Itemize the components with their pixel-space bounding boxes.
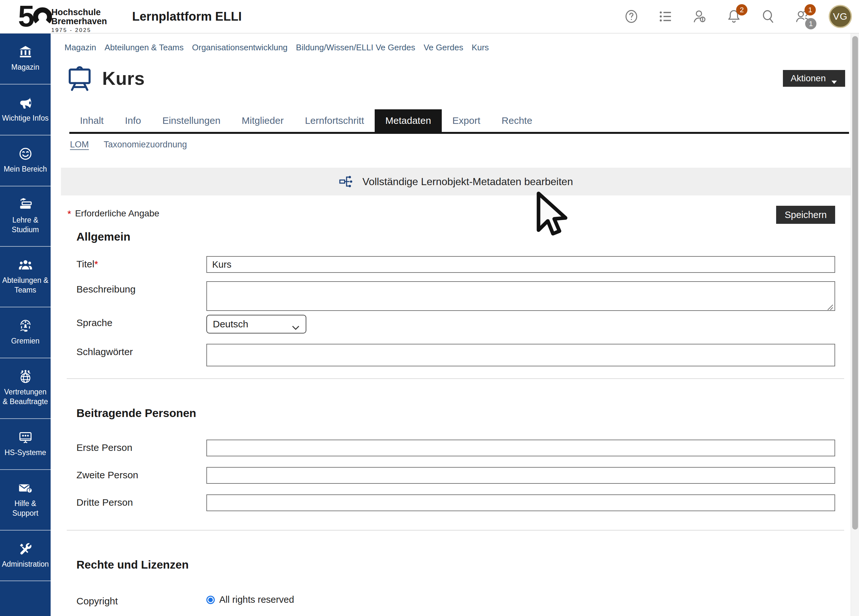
tab-metadaten[interactable]: Metadaten <box>375 109 442 132</box>
person-alert-icon <box>692 9 708 24</box>
search-icon[interactable] <box>760 9 776 24</box>
zweite-person-input[interactable] <box>206 467 835 484</box>
sidebar-item-label: Vertretungen & Beauftragte <box>2 387 49 407</box>
smiley-icon <box>18 146 33 161</box>
metadata-tree-icon <box>339 174 354 189</box>
breadcrumb-organisationsentwicklung: Organisationsentwicklung › <box>192 42 287 53</box>
topbar-icons: 2 1 1 V <box>624 5 859 28</box>
erste-person-input[interactable] <box>206 439 835 457</box>
zweite-person-label: Zweite Person <box>77 467 206 480</box>
badge-count-secondary: 1 <box>805 18 817 29</box>
scrollbar-thumb[interactable] <box>852 36 858 530</box>
megaphone-icon <box>18 95 33 110</box>
tab-label: Info <box>125 115 141 126</box>
required-asterisk: * <box>94 259 98 269</box>
badge-count: 1 <box>804 4 816 16</box>
subtab-taxonomiezuordnung[interactable]: Taxonomiezuordnung <box>104 140 187 151</box>
subtab-bar: LOM Taxonomiezuordnung <box>70 140 851 151</box>
tab-inhalt[interactable]: Inhalt <box>69 109 114 132</box>
subtab-label: Taxonomiezuordnung <box>104 140 187 149</box>
field-row-beschreibung: Beschreibung <box>77 281 835 312</box>
resize-grip-icon[interactable] <box>826 303 834 311</box>
members-online-icon[interactable]: 1 1 <box>795 9 810 24</box>
sidebar-item-lehre-studium[interactable]: Lehre & Studium <box>0 186 51 247</box>
main-content: Magazin › Abteilungen & Teams › Organisa… <box>51 34 851 616</box>
tab-label: Inhalt <box>80 115 103 126</box>
section-divider <box>67 378 844 379</box>
help-icon <box>624 9 639 24</box>
sidebar-item-gremien[interactable]: Gremien <box>0 307 51 358</box>
globe-people-icon <box>18 369 33 384</box>
breadcrumb-kurs: Kurs › <box>472 42 489 53</box>
beschreibung-label: Beschreibung <box>77 281 206 295</box>
tab-bar: Inhalt Info Einstellungen Mitglieder Ler… <box>69 109 849 134</box>
breadcrumb-bildung-wissen: Bildung/Wissen/ELLI Ve Gerdes › <box>296 42 415 53</box>
tab-einstellungen[interactable]: Einstellungen <box>151 109 231 132</box>
hochschule-bremerhaven-logo: 5 Hochschule Bremerhaven 1975 - 2025 <box>18 0 107 34</box>
main-sidebar: Magazin Wichtige Infos Mein Bereich Lehr… <box>0 34 51 616</box>
schlagwoerter-input[interactable] <box>206 344 835 366</box>
logo-number: 5 <box>18 4 33 28</box>
avatar[interactable]: VG <box>829 5 852 28</box>
sidebar-item-abteilungen-teams[interactable]: Abteilungen & Teams <box>0 247 51 307</box>
section-allgemein: Allgemein <box>77 230 851 243</box>
books-icon <box>18 197 33 212</box>
sidebar-item-label: Hilfe & Support <box>2 499 49 518</box>
edit-full-metadata-banner[interactable]: Vollständige Lernobjekt-Metadaten bearbe… <box>61 168 851 195</box>
sidebar-item-vertretungen[interactable]: Vertretungen & Beauftragte <box>0 358 51 419</box>
breadcrumb-magazin: Magazin › <box>64 42 96 53</box>
save-button[interactable]: Speichern <box>776 206 835 224</box>
titel-input[interactable] <box>206 256 835 273</box>
svg-text:?: ? <box>28 488 31 492</box>
breadcrumb: Magazin › Abteilungen & Teams › Organisa… <box>64 42 851 53</box>
sidebar-item-hilfe-support[interactable]: ? Hilfe & Support <box>0 470 51 530</box>
required-hint: * Erforderliche Angabe <box>67 208 159 219</box>
bank-icon <box>18 44 33 59</box>
field-row-schlagwoerter: Schlagwörter <box>77 344 835 366</box>
dritte-person-input[interactable] <box>206 494 835 511</box>
badge-count: 2 <box>736 4 747 16</box>
notifications-icon[interactable]: 2 <box>726 9 742 24</box>
beschreibung-textarea[interactable] <box>206 281 835 311</box>
schlagwoerter-label: Schlagwörter <box>77 344 206 357</box>
form-header: * Erforderliche Angabe Speichern <box>67 206 835 224</box>
user-status-icon[interactable] <box>692 9 708 24</box>
tab-lernfortschritt[interactable]: Lernfortschritt <box>294 109 375 132</box>
sidebar-item-label: Lehre & Studium <box>2 216 49 235</box>
sidebar-item-mein-bereich[interactable]: Mein Bereich <box>0 136 51 186</box>
list-icon[interactable] <box>658 9 673 24</box>
sidebar-item-label: Wichtige Infos <box>2 114 48 123</box>
page-header: Kurs Aktionen <box>66 65 845 92</box>
help-icon[interactable] <box>624 9 639 24</box>
tab-export[interactable]: Export <box>442 109 491 132</box>
sprache-select[interactable]: Deutsch <box>206 315 306 333</box>
dritte-person-label: Dritte Person <box>77 494 206 508</box>
section-beitragende-personen: Beitragende Personen <box>77 407 851 420</box>
sidebar-item-magazin[interactable]: Magazin <box>0 34 51 84</box>
sidebar-item-label: HS-Systeme <box>5 448 46 458</box>
breadcrumb-ve-gerdes: Ve Gerdes › <box>424 42 463 53</box>
monitor-icon <box>18 430 33 445</box>
copyright-label: Copyright <box>77 593 206 607</box>
copyright-radio[interactable] <box>206 596 215 604</box>
sidebar-item-label: Mein Bereich <box>3 164 47 174</box>
titel-label: Titel <box>77 259 94 269</box>
sidebar-item-hs-systeme[interactable]: HS-Systeme <box>0 419 51 470</box>
aktionen-button[interactable]: Aktionen <box>783 70 845 87</box>
tools-icon <box>18 541 33 557</box>
tab-rechte[interactable]: Rechte <box>491 109 543 132</box>
subtab-lom[interactable]: LOM <box>70 140 89 151</box>
course-board-icon <box>66 65 93 92</box>
sidebar-item-label: Administration <box>2 560 49 569</box>
tab-mitglieder[interactable]: Mitglieder <box>231 109 294 132</box>
app-window: 5 Hochschule Bremerhaven 1975 - 2025 Ler… <box>0 0 859 616</box>
sidebar-item-wichtige-infos[interactable]: Wichtige Infos <box>0 84 51 136</box>
field-row-dritte-person: Dritte Person <box>77 494 835 511</box>
gremien-icon <box>18 318 33 333</box>
sidebar-item-administration[interactable]: Administration <box>0 530 51 582</box>
tab-label: Export <box>452 115 481 126</box>
tab-info[interactable]: Info <box>114 109 151 132</box>
tab-label: Einstellungen <box>162 115 220 126</box>
logo-arc-icon <box>33 5 52 23</box>
vertical-scrollbar <box>851 34 859 616</box>
